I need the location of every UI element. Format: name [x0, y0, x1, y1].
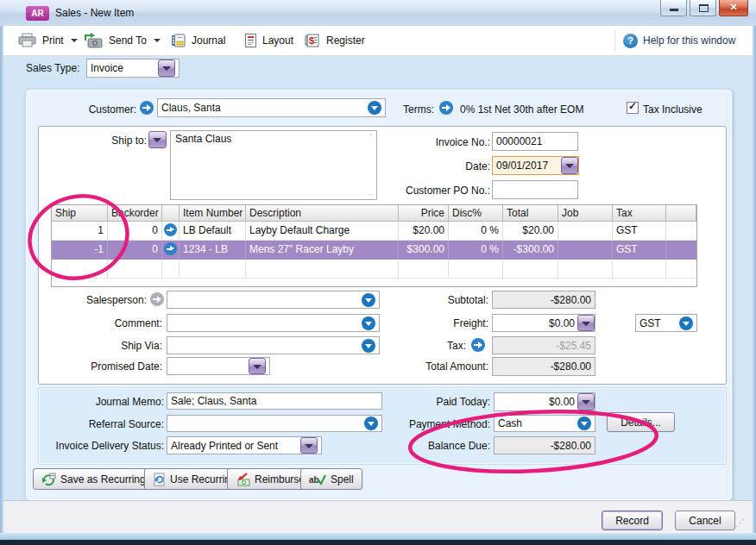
cell-item-number[interactable]: LB Default [180, 222, 246, 241]
scroll-down-icon[interactable]: ⌄ [367, 189, 374, 197]
cell-tax[interactable]: GST [613, 241, 666, 260]
register-button[interactable]: $ Register [304, 26, 365, 55]
cell-price[interactable]: $300.00 [399, 241, 449, 260]
cell-extra[interactable] [666, 222, 696, 241]
col-tax: Tax [613, 205, 666, 222]
minimize-button[interactable] [660, 0, 687, 16]
journal-button[interactable]: Journal [170, 26, 225, 55]
col-item-number: Item Number [180, 205, 246, 222]
col-backorder: Backorder [108, 205, 162, 222]
cell-empty[interactable] [52, 260, 108, 279]
cell-description[interactable]: Layby Default Charge [246, 222, 399, 241]
comment-dropdown-icon[interactable] [362, 316, 375, 330]
app-badge-icon: AR [26, 6, 49, 21]
help-button[interactable]: ? Help for this window [623, 26, 735, 55]
scroll-up-icon[interactable]: ⌃ [367, 133, 374, 141]
send-to-button[interactable]: Send To [84, 26, 161, 55]
row-detail-arrow-icon[interactable] [164, 242, 177, 255]
cell-empty[interactable] [666, 260, 696, 279]
spell-button[interactable]: ab Spell [300, 468, 362, 490]
cell-extra[interactable] [666, 241, 696, 260]
resize-grip[interactable]: ⋰ [735, 517, 745, 529]
cell-ship[interactable]: -1 [52, 241, 108, 260]
customer-po-input[interactable] [492, 180, 578, 199]
comment-combo[interactable] [167, 314, 380, 332]
referral-dropdown-icon[interactable] [364, 417, 378, 430]
referral-source-combo[interactable] [167, 415, 382, 432]
sales-type-select[interactable]: Invoice [86, 59, 180, 78]
table-row[interactable]: 1 0 LB Default Layby Default Charge $20.… [52, 222, 696, 241]
customer-combo[interactable]: Claus, Santa [157, 98, 386, 117]
date-label: Date: [404, 160, 490, 172]
cancel-button[interactable]: Cancel [675, 511, 735, 530]
ship-to-textarea[interactable]: Santa Claus ⌃ ⌄ [170, 130, 377, 200]
tax-detail-arrow-icon[interactable] [471, 338, 485, 352]
cell-ship[interactable]: 1 [52, 222, 108, 241]
close-button[interactable]: ✕ [719, 0, 748, 16]
payment-method-combo[interactable]: Cash [494, 415, 595, 432]
cell-empty[interactable] [162, 260, 180, 279]
cell-job[interactable] [558, 241, 613, 260]
freight-label: Freight: [402, 317, 488, 329]
cell-total[interactable]: -$300.00 [503, 241, 558, 260]
delivery-status-select[interactable]: Already Printed or Sent [167, 436, 322, 454]
cell-empty[interactable] [180, 260, 246, 279]
date-dropdown-icon[interactable] [561, 157, 578, 174]
cell-disc[interactable]: 0 % [449, 222, 503, 241]
cell-empty[interactable] [558, 260, 613, 279]
ship-via-dropdown-icon[interactable] [362, 339, 375, 353]
freight-input[interactable]: $0.00 [492, 314, 595, 332]
freight-tax-dropdown-icon[interactable] [679, 316, 693, 330]
ship-via-combo[interactable] [167, 336, 380, 354]
ship-to-dropdown-button[interactable] [148, 131, 167, 148]
cell-empty[interactable] [108, 260, 162, 279]
invoice-no-input[interactable]: 00000021 [492, 132, 578, 151]
cell-total[interactable]: $20.00 [503, 222, 558, 241]
cell-empty[interactable] [246, 260, 399, 279]
paid-today-input[interactable]: $0.00 [494, 392, 595, 411]
title-bar[interactable]: AR Sales - New Item ✕ [0, 0, 756, 27]
cell-price[interactable]: $20.00 [399, 222, 449, 241]
payment-method-dropdown-icon[interactable] [577, 417, 591, 430]
ship-via-label: Ship Via: [76, 340, 162, 352]
paid-today-dropdown-icon[interactable] [577, 393, 595, 410]
cell-arrow[interactable] [162, 241, 180, 260]
table-row-empty[interactable] [52, 260, 696, 279]
cell-empty[interactable] [503, 260, 558, 279]
sales-type-value: Invoice [91, 62, 158, 74]
terms-detail-arrow-icon[interactable] [439, 101, 453, 115]
print-button[interactable]: Print [17, 26, 78, 55]
cell-disc[interactable]: 0 % [449, 241, 503, 260]
table-row-selected[interactable]: -1 0 1234 - LB Mens 27" Racer Layby $300… [52, 241, 696, 260]
promised-date-input[interactable] [167, 357, 270, 375]
row-detail-arrow-icon[interactable] [164, 223, 177, 236]
cell-empty[interactable] [613, 260, 666, 279]
record-button[interactable]: Record [602, 511, 663, 530]
freight-dropdown-icon[interactable] [577, 315, 595, 331]
record-label: Record [615, 515, 649, 527]
salesperson-combo[interactable] [167, 291, 380, 309]
promised-date-dropdown-icon[interactable] [249, 358, 266, 374]
cell-empty[interactable] [449, 260, 503, 279]
cell-arrow[interactable] [162, 222, 180, 241]
customer-detail-arrow-icon[interactable] [140, 101, 154, 115]
cell-item-number[interactable]: 1234 - LB [180, 241, 246, 260]
save-as-recurring-button[interactable]: Save as Recurring [33, 468, 154, 490]
cell-tax[interactable]: GST [613, 222, 666, 241]
cell-empty[interactable] [399, 260, 449, 279]
layout-button[interactable]: Layout [244, 26, 293, 55]
freight-tax-combo[interactable]: GST [635, 314, 697, 332]
sales-type-dropdown-icon[interactable] [158, 60, 175, 77]
cell-backorder[interactable]: 0 [108, 241, 162, 260]
journal-memo-input[interactable]: Sale; Claus, Santa [167, 392, 382, 410]
cell-backorder[interactable]: 0 [108, 222, 162, 241]
date-input[interactable]: 09/01/2017 [492, 156, 579, 175]
delivery-dropdown-icon[interactable] [300, 437, 318, 454]
salesperson-dropdown-icon[interactable] [362, 293, 375, 307]
customer-dropdown-icon[interactable] [368, 101, 381, 115]
maximize-button[interactable] [690, 0, 716, 16]
details-button[interactable]: Details... [607, 412, 675, 432]
tax-inclusive-checkbox[interactable]: ✓ [627, 102, 639, 114]
cell-description[interactable]: Mens 27" Racer Layby [246, 241, 399, 260]
cell-job[interactable] [558, 222, 613, 241]
